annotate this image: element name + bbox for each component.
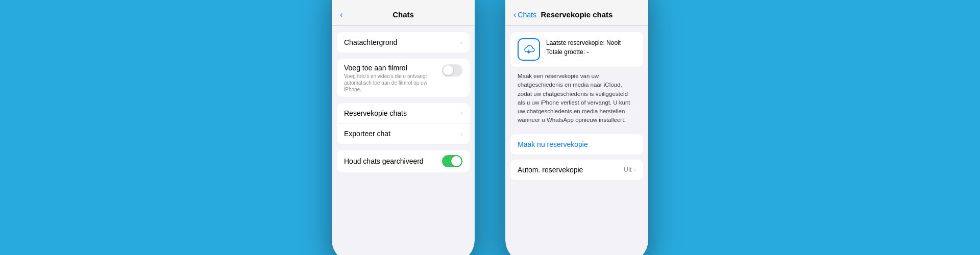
status-bar-1: 16:53 5G	[332, 0, 475, 4]
autom-value: Uit	[624, 166, 632, 173]
last-backup-line: Laatste reservekopie: Nooit	[546, 38, 636, 47]
action-row[interactable]: Maak nu reservekopie	[510, 134, 643, 155]
autom-chevron: ›	[634, 166, 636, 173]
settings-group-4: Houd chats gearchiveerd	[337, 150, 470, 172]
nav-bar-2: ‹ Chats Reservekopie chats	[505, 4, 648, 26]
action-label[interactable]: Maak nu reservekopie	[518, 140, 588, 148]
description-block: Maak een reservekopie van uw chatgeschie…	[510, 67, 643, 130]
chatachtergrond-label: Chatachtergrond	[344, 38, 460, 46]
screen-1: ‹ Chats Chatachtergrond › Voeg toe aan f…	[332, 4, 475, 255]
settings-group-3: Reservekopie chats › Exporteer chat ›	[337, 103, 470, 144]
page-title-1: Chats	[393, 10, 414, 19]
total-size-line: Totale grootte: -	[546, 47, 636, 57]
settings-group-1: Chatachtergrond ›	[337, 32, 470, 53]
back-chevron-1: ‹	[340, 11, 342, 19]
back-button-2[interactable]: ‹ Chats	[513, 11, 536, 19]
archiveer-toggle[interactable]	[442, 155, 462, 167]
filmrol-label: Voeg toe aan filmrol	[344, 64, 438, 72]
back-button-1[interactable]: ‹	[340, 11, 342, 19]
status-bar-2: 16:53 5G	[505, 0, 648, 4]
phone-2: 16:53 5G ‹ Chats Reservekopie chats	[505, 0, 648, 255]
filmrol-toggle-knob	[443, 65, 453, 75]
chatachtergrond-row[interactable]: Chatachtergrond ›	[337, 32, 470, 53]
backup-info-text: Laatste reservekopie: Nooit Totale groot…	[546, 38, 636, 57]
phone-1: 16:53 5G ‹ Chats Chatachtergrond	[332, 0, 475, 255]
reservekopie-label: Reservekopie chats	[344, 109, 460, 117]
filmrol-toggle[interactable]	[442, 64, 462, 76]
screen-2: ‹ Chats Reservekopie chats Laatste reser…	[505, 4, 648, 255]
description-text: Maak een reservekopie van uw chatgeschie…	[518, 72, 636, 125]
exporteer-row[interactable]: Exporteer chat ›	[337, 123, 470, 144]
filmrol-label-wrap: Voeg toe aan filmrol Voeg foto's en vide…	[344, 64, 438, 93]
filmrol-row[interactable]: Voeg toe aan filmrol Voeg foto's en vide…	[337, 59, 470, 97]
back-chevron-2: ‹	[513, 11, 516, 19]
autom-row[interactable]: Autom. reservekopie Uit ›	[510, 160, 643, 180]
reservekopie-chevron: ›	[460, 109, 462, 117]
nav-bar-1: ‹ Chats	[332, 4, 475, 26]
page-title-2: Reservekopie chats	[541, 10, 613, 19]
archiveer-toggle-knob	[451, 156, 461, 166]
filmrol-sublabel: Voeg foto's en video's die u ontvangt au…	[344, 73, 438, 93]
settings-group-bottom: Autom. reservekopie Uit ›	[510, 160, 643, 180]
archiveer-row[interactable]: Houd chats gearchiveerd	[337, 150, 470, 172]
autom-label: Autom. reservekopie	[518, 166, 624, 174]
exporteer-label: Exporteer chat	[344, 130, 460, 138]
archiveer-label: Houd chats gearchiveerd	[344, 157, 442, 165]
exporteer-chevron: ›	[460, 130, 462, 138]
cloud-icon-wrap	[518, 38, 540, 61]
backup-info-block: Laatste reservekopie: Nooit Totale groot…	[510, 32, 643, 67]
chatachtergrond-chevron: ›	[460, 39, 462, 46]
reservekopie-row[interactable]: Reservekopie chats ›	[337, 103, 470, 123]
settings-group-2: Voeg toe aan filmrol Voeg foto's en vide…	[337, 59, 470, 97]
cloud-icon	[522, 44, 535, 55]
back-label-2: Chats	[518, 11, 536, 19]
